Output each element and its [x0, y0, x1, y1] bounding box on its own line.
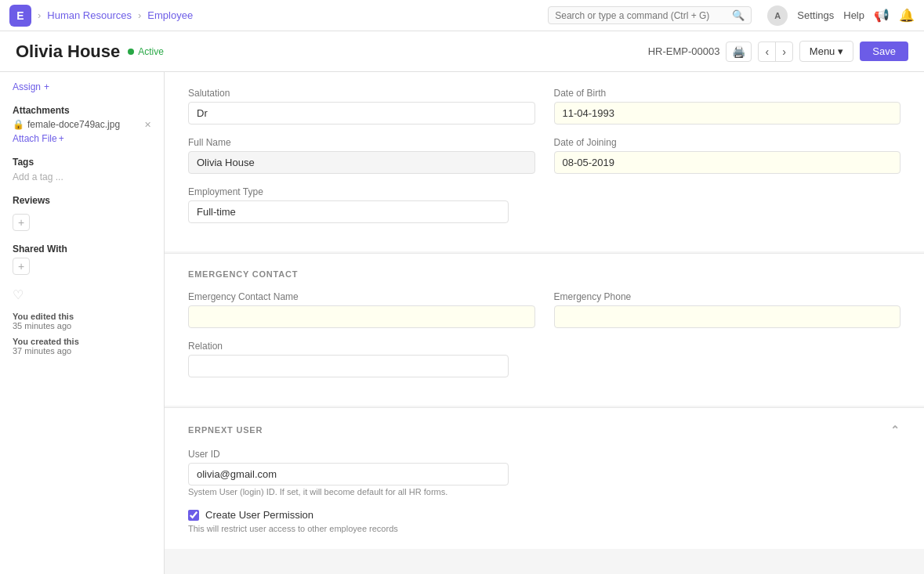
notification-icon[interactable]: 🔔	[899, 8, 915, 23]
file-lock-icon: 🔒	[13, 119, 24, 130]
doj-group: Date of Joining	[554, 137, 901, 174]
tags-label: Tags	[13, 157, 151, 168]
search-input[interactable]	[555, 10, 729, 21]
row-userid: User ID System User (login) ID. If set, …	[188, 449, 900, 496]
attachment-filename[interactable]: female-doce749ac.jpg	[27, 119, 120, 130]
salutation-input[interactable]	[188, 102, 535, 125]
emergency-phone-group: Emergency Phone	[554, 291, 901, 328]
erpnext-section-header: ERPNEXT USER ⌃	[188, 424, 900, 436]
search-icon: 🔍	[732, 9, 745, 21]
nav-actions: A Settings Help 📢 🔔	[767, 5, 915, 26]
emergency-section-title: EMERGENCY CONTACT	[188, 269, 298, 279]
like-button[interactable]: ♡	[13, 287, 151, 302]
create-permission-checkbox[interactable]	[188, 510, 199, 521]
row-relation: Relation	[188, 341, 900, 377]
activity-1-line2: 35 minutes ago	[13, 321, 71, 330]
empty-group-2	[527, 341, 900, 377]
reviews-label: Reviews	[13, 195, 50, 206]
menu-chevron-icon: ▾	[838, 45, 843, 57]
userid-label: User ID	[188, 449, 509, 460]
personal-details-section: Salutation Date of Birth Full Name Date …	[165, 72, 924, 251]
record-id: HR-EMP-00003	[648, 45, 720, 57]
dob-label: Date of Birth	[554, 88, 901, 99]
record-actions: HR-EMP-00003 🖨️ ‹ › Menu ▾ Save	[648, 41, 908, 62]
dob-group: Date of Birth	[554, 88, 901, 125]
settings-button[interactable]: Settings	[797, 9, 834, 21]
nav-arrows: ‹ ›	[758, 42, 792, 62]
app-icon: E	[9, 5, 31, 27]
create-permission-label: Create User Permission	[205, 509, 313, 521]
save-button[interactable]: Save	[860, 42, 908, 61]
sidebar: Assign + Attachments 🔒 female-doce749ac.…	[0, 72, 165, 574]
prev-record-button[interactable]: ‹	[759, 42, 776, 61]
activity-1-line1: You edited this	[13, 312, 74, 321]
relation-input[interactable]	[188, 355, 509, 377]
employment-type-group: Employment Type	[188, 186, 509, 223]
assign-plus-icon: +	[44, 81, 49, 92]
attachment-file: 🔒 female-doce749ac.jpg ✕	[13, 119, 151, 130]
attachments-label: Attachments	[13, 105, 151, 116]
relation-group: Relation	[188, 341, 509, 377]
attach-file-button[interactable]: Attach File +	[13, 133, 151, 144]
emergency-name-input[interactable]	[188, 305, 535, 328]
shared-with-label: Shared With	[13, 244, 151, 255]
assign-button[interactable]: Assign +	[13, 81, 151, 92]
salutation-label: Salutation	[188, 88, 535, 99]
reviews-section: Reviews +	[13, 195, 151, 231]
tags-section: Tags Add a tag ...	[13, 157, 151, 182]
main-layout: Assign + Attachments 🔒 female-doce749ac.…	[0, 72, 924, 574]
fullname-label: Full Name	[188, 137, 535, 148]
help-button[interactable]: Help	[843, 9, 864, 21]
shared-with-section: Shared With +	[13, 244, 151, 275]
top-nav: E › Human Resources › Employee 🔍 A Setti…	[0, 0, 924, 31]
remove-attachment-button[interactable]: ✕	[144, 120, 151, 130]
add-review-button[interactable]: +	[13, 214, 30, 231]
breadcrumb-sep-2: ›	[138, 9, 141, 21]
activity-section: You edited this 35 minutes ago You creat…	[13, 312, 151, 356]
userid-group: User ID System User (login) ID. If set, …	[188, 449, 509, 496]
next-record-button[interactable]: ›	[776, 42, 792, 61]
empty-group-3	[527, 449, 900, 496]
create-permission-helper: This will restrict user access to other …	[188, 524, 900, 533]
reviews-header: Reviews	[13, 195, 151, 209]
section-collapse-button[interactable]: ⌃	[890, 424, 900, 436]
row-fullname-doj: Full Name Date of Joining	[188, 137, 900, 174]
dob-input[interactable]	[554, 102, 901, 125]
menu-label: Menu	[810, 45, 835, 57]
erpnext-section-title: ERPNEXT USER	[188, 425, 263, 435]
breadcrumb-employee[interactable]: Employee	[147, 9, 193, 21]
attach-label: Attach File	[13, 133, 57, 144]
row-employment-type: Employment Type	[188, 186, 900, 223]
fullname-group: Full Name	[188, 137, 535, 174]
announcement-icon[interactable]: 📢	[874, 8, 890, 23]
status-label: Active	[138, 46, 164, 57]
menu-button[interactable]: Menu ▾	[799, 41, 854, 62]
empty-group	[527, 186, 900, 223]
emergency-phone-input[interactable]	[554, 305, 901, 328]
status-dot	[128, 49, 134, 55]
activity-2-line2: 37 minutes ago	[13, 346, 71, 356]
create-permission-row: Create User Permission	[188, 509, 900, 521]
add-shared-user-button[interactable]: +	[13, 258, 30, 275]
breadcrumb-hr[interactable]: Human Resources	[47, 9, 132, 21]
emergency-section-header: EMERGENCY CONTACT	[188, 269, 900, 279]
search-box[interactable]: 🔍	[548, 6, 752, 24]
salutation-group: Salutation	[188, 88, 535, 125]
status-badge: Active	[128, 46, 164, 57]
content-area: Salutation Date of Birth Full Name Date …	[165, 72, 924, 574]
add-tag-button[interactable]: Add a tag ...	[13, 171, 63, 182]
row-emergency-contact: Emergency Contact Name Emergency Phone	[188, 291, 900, 328]
attach-plus-icon: +	[59, 133, 64, 144]
doj-input[interactable]	[554, 151, 901, 174]
row-salutation-dob: Salutation Date of Birth	[188, 88, 900, 125]
print-button[interactable]: 🖨️	[726, 42, 752, 62]
record-title: Olivia House	[16, 42, 120, 62]
employment-type-input[interactable]	[188, 200, 509, 223]
doj-label: Date of Joining	[554, 137, 901, 148]
activity-item-2: You created this 37 minutes ago	[13, 337, 151, 356]
relation-label: Relation	[188, 341, 509, 352]
record-title-area: Olivia House Active	[16, 42, 164, 62]
userid-input[interactable]	[188, 463, 509, 486]
employment-type-label: Employment Type	[188, 186, 509, 197]
fullname-input[interactable]	[188, 151, 535, 174]
